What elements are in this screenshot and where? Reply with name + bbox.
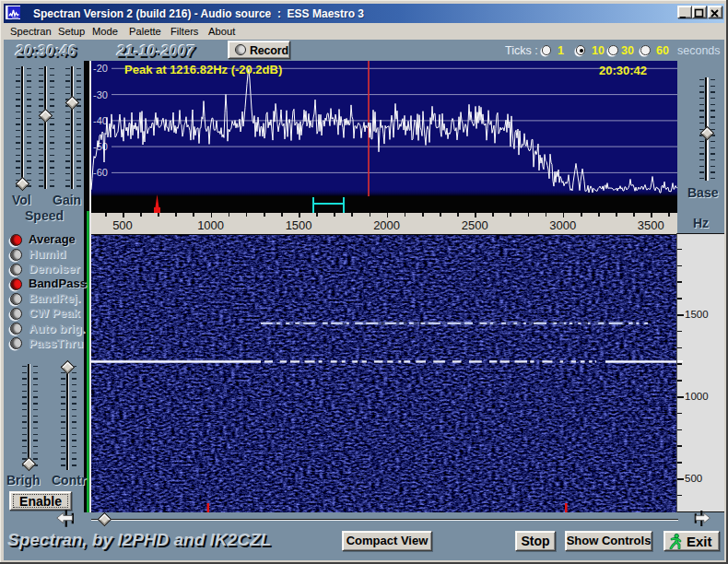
svg-text:-30: -30 (93, 89, 108, 100)
svg-text:-40: -40 (93, 115, 108, 126)
svg-text:-50: -50 (93, 141, 108, 152)
svg-text:-20: -20 (93, 63, 108, 74)
svg-text:Peak at 1216.82Hz (-20.2dB): Peak at 1216.82Hz (-20.2dB) (124, 63, 282, 76)
svg-text:20:30:42: 20:30:42 (599, 64, 647, 77)
svg-text:-60: -60 (93, 167, 108, 178)
